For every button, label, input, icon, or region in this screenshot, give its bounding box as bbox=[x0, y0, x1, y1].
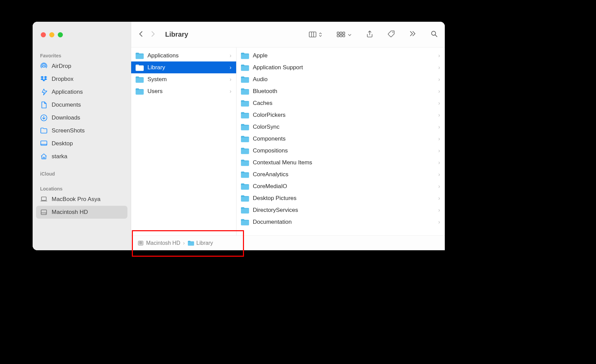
column-2-item[interactable]: CoreAnalytics› bbox=[236, 168, 445, 180]
chevron-right-icon: › bbox=[438, 76, 440, 83]
folder-icon bbox=[241, 88, 249, 95]
column-1-item[interactable]: System› bbox=[131, 73, 236, 85]
sidebar-item-dropbox[interactable]: Dropbox bbox=[36, 73, 127, 86]
folder-label: Users bbox=[147, 88, 226, 95]
folder-label: Library bbox=[147, 64, 226, 71]
column-2-item[interactable]: Audio› bbox=[236, 73, 445, 85]
column-2[interactable]: Apple›Application Support›Audio›Bluetoot… bbox=[236, 48, 445, 250]
forward-button[interactable] bbox=[150, 31, 156, 38]
airdrop-icon bbox=[40, 62, 48, 70]
grid-icon bbox=[337, 32, 346, 38]
path-item-current[interactable]: Library bbox=[188, 240, 213, 246]
folder-icon bbox=[135, 76, 144, 83]
back-button[interactable] bbox=[138, 31, 144, 38]
folder-label: CoreMediaIO bbox=[253, 183, 435, 190]
folder-label: Application Support bbox=[253, 64, 435, 71]
folder-label: CoreAnalytics bbox=[253, 171, 435, 178]
tag-icon bbox=[388, 30, 395, 38]
column-2-item[interactable]: CoreMediaIO› bbox=[236, 180, 445, 192]
folder-icon bbox=[241, 64, 249, 71]
folder-icon bbox=[241, 206, 249, 214]
sidebar-item-label: Documents bbox=[52, 102, 81, 108]
download-icon bbox=[40, 114, 48, 122]
column-2-item[interactable]: Compositions› bbox=[236, 145, 445, 157]
share-button[interactable] bbox=[366, 30, 373, 39]
sidebar-item-label: ScreenShots bbox=[52, 127, 85, 134]
column-2-item[interactable]: Documentation› bbox=[236, 216, 445, 228]
dropbox-icon bbox=[40, 75, 48, 83]
toolbar: Library bbox=[33, 22, 445, 48]
zoom-button[interactable] bbox=[58, 32, 63, 37]
path-item-root[interactable]: Macintosh HD bbox=[137, 240, 180, 246]
sidebar-item-applications[interactable]: Applications bbox=[36, 86, 127, 98]
folder-icon bbox=[135, 88, 144, 95]
toolbar-overflow-button[interactable] bbox=[409, 30, 416, 39]
column-1-item[interactable]: Users› bbox=[131, 85, 236, 97]
laptop-icon bbox=[40, 196, 48, 203]
app-icon bbox=[40, 88, 48, 96]
folder-icon bbox=[188, 240, 194, 246]
column-2-item[interactable]: Bluetooth› bbox=[236, 85, 445, 97]
column-2-item[interactable]: DirectoryServices› bbox=[236, 204, 445, 216]
chevron-right-icon: › bbox=[438, 136, 440, 142]
folder-label: Compositions bbox=[253, 147, 435, 154]
chevron-right-icon: › bbox=[438, 207, 440, 213]
folder-icon bbox=[241, 183, 249, 190]
chevron-right-icon: › bbox=[438, 219, 440, 225]
column-2-item[interactable]: ColorSync› bbox=[236, 121, 445, 133]
chevron-right-icon: › bbox=[230, 53, 231, 59]
folder-icon bbox=[135, 52, 144, 59]
folder-icon bbox=[241, 123, 249, 131]
folder-label: Desktop Pictures bbox=[253, 195, 435, 202]
close-button[interactable] bbox=[41, 32, 46, 37]
folder-label: Documentation bbox=[253, 219, 435, 225]
view-columns-button[interactable] bbox=[309, 31, 322, 38]
nav-buttons bbox=[138, 31, 156, 38]
sidebar-item-downloads[interactable]: Downloads bbox=[36, 111, 127, 124]
disk-icon bbox=[40, 208, 48, 216]
folder-icon bbox=[241, 159, 249, 166]
sidebar-item-desktop[interactable]: Desktop bbox=[36, 137, 127, 150]
column-1-item[interactable]: Library› bbox=[131, 61, 236, 73]
hdd-icon bbox=[137, 240, 144, 246]
column-2-item[interactable]: Caches› bbox=[236, 97, 445, 109]
chevron-right-icon: › bbox=[438, 65, 440, 71]
minimize-button[interactable] bbox=[49, 32, 54, 37]
column-2-item[interactable]: Components› bbox=[236, 133, 445, 145]
sidebar-item-screenshots[interactable]: ScreenShots bbox=[36, 124, 127, 137]
sidebar-item-airdrop[interactable]: AirDrop bbox=[36, 60, 127, 73]
search-button[interactable] bbox=[431, 30, 438, 39]
sidebar-item-label: Downloads bbox=[52, 114, 80, 121]
double-chevron-right-icon bbox=[409, 30, 416, 38]
sidebar-item-documents[interactable]: Documents bbox=[36, 98, 127, 111]
folder-label: Audio bbox=[253, 76, 435, 83]
tags-button[interactable] bbox=[388, 30, 395, 39]
column-2-item[interactable]: Apple› bbox=[236, 50, 445, 61]
columns-icon bbox=[309, 31, 316, 38]
group-by-button[interactable] bbox=[337, 32, 352, 38]
window-body: Favorites AirDropDropboxApplicationsDocu… bbox=[33, 48, 445, 250]
sidebar-item-starka[interactable]: starka bbox=[36, 150, 127, 163]
column-2-item[interactable]: Contextual Menu Items› bbox=[236, 157, 445, 168]
column-2-item[interactable]: Application Support› bbox=[236, 61, 445, 73]
sidebar-section-locations: Locations bbox=[36, 183, 127, 193]
folder-icon bbox=[241, 195, 249, 202]
sidebar-item-label: AirDrop bbox=[52, 63, 71, 70]
folder-label: Contextual Menu Items bbox=[253, 159, 435, 166]
column-2-item[interactable]: ColorPickers› bbox=[236, 109, 445, 121]
folder-label: Apple bbox=[253, 52, 435, 59]
chevron-right-icon: › bbox=[438, 195, 440, 201]
folder-icon bbox=[135, 64, 144, 71]
sidebar-item-label: Desktop bbox=[52, 140, 73, 147]
folder-label: DirectoryServices bbox=[253, 207, 435, 214]
column-2-item[interactable]: Desktop Pictures› bbox=[236, 192, 445, 204]
chevron-right-icon: › bbox=[438, 124, 440, 130]
column-1-item[interactable]: Applications› bbox=[131, 50, 236, 61]
window-controls bbox=[33, 22, 131, 48]
sidebar-item-macbook-pro-asya[interactable]: MacBook Pro Asya bbox=[36, 193, 127, 206]
sidebar-item-macintosh-hd[interactable]: Macintosh HD bbox=[36, 206, 127, 219]
folder-label: ColorPickers bbox=[253, 112, 435, 119]
chevron-down-icon bbox=[348, 33, 352, 36]
column-1[interactable]: Applications›Library›System›Users› bbox=[131, 48, 236, 250]
sidebar-item-label: Applications bbox=[52, 89, 83, 95]
